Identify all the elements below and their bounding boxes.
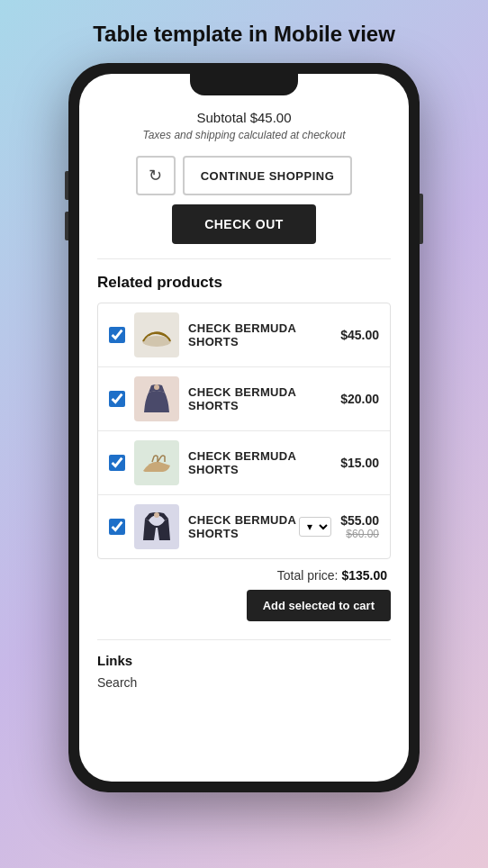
product-4-variant: CHECK BERMUDA SHORTS ▾: [188, 513, 331, 540]
product-2-price-col: $20.00: [340, 392, 379, 406]
phone-notch: [190, 74, 298, 95]
product-1-price: $45.00: [340, 328, 379, 342]
footer-link-search[interactable]: Search: [97, 675, 391, 690]
product-3-name: CHECK BERMUDA SHORTS: [188, 449, 331, 476]
product-2-image: [134, 376, 179, 421]
subtotal-text: Subtotal $45.00: [97, 110, 391, 125]
product-item: CHECK BERMUDA SHORTS $20.00: [98, 367, 390, 431]
product-1-price-col: $45.00: [340, 328, 379, 342]
phone-frame: Subtotal $45.00 Taxes and shipping calcu…: [68, 63, 420, 792]
page-title: Table template in Mobile view: [93, 22, 395, 47]
product-item: CHECK BERMUDA SHORTS $15.00: [98, 431, 390, 495]
volume-up-btn: [65, 171, 68, 200]
total-row: Total price: $135.00: [97, 568, 391, 583]
svg-point-1: [154, 384, 159, 390]
action-buttons: ↻ CONTINUE SHOPPING: [97, 156, 391, 195]
product-4-variant-select[interactable]: ▾: [299, 517, 331, 537]
product-item: CHECK BERMUDA SHORTS ▾ $55.00 $60.00: [98, 495, 390, 558]
product-4-checkbox[interactable]: [109, 519, 125, 535]
add-to-cart-button[interactable]: Add selected to cart: [247, 590, 391, 621]
continue-shopping-button[interactable]: CONTINUE SHOPPING: [183, 156, 353, 195]
related-products-title: Related products: [97, 274, 391, 292]
product-4-name: CHECK BERMUDA SHORTS ▾: [188, 513, 331, 540]
product-2-price: $20.00: [340, 392, 379, 406]
divider-1: [97, 258, 391, 259]
product-3-price-col: $15.00: [340, 456, 379, 470]
product-4-image: [134, 504, 179, 549]
tax-note: Taxes and shipping calculated at checkou…: [97, 129, 391, 141]
product-3-checkbox[interactable]: [109, 455, 125, 471]
total-label: Total price:: [277, 568, 339, 583]
screen-content: Subtotal $45.00 Taxes and shipping calcu…: [79, 74, 409, 708]
phone-screen: Subtotal $45.00 Taxes and shipping calcu…: [79, 74, 409, 782]
product-4-price: $55.00: [340, 513, 379, 528]
refresh-button[interactable]: ↻: [136, 156, 176, 195]
total-amount: $135.00: [341, 568, 387, 583]
volume-down-btn: [65, 212, 68, 240]
footer-links-title: Links: [97, 653, 391, 668]
product-1-image: [134, 312, 179, 357]
product-3-price: $15.00: [340, 456, 379, 470]
cart-summary: Subtotal $45.00 Taxes and shipping calcu…: [97, 110, 391, 141]
product-2-name: CHECK BERMUDA SHORTS: [188, 385, 331, 412]
product-1-name: CHECK BERMUDA SHORTS: [188, 321, 331, 348]
product-3-image: [134, 440, 179, 485]
product-list: CHECK BERMUDA SHORTS $45.00: [97, 303, 391, 559]
svg-point-2: [154, 512, 159, 518]
footer-links: Links Search: [97, 639, 391, 690]
refresh-icon: ↻: [149, 166, 162, 185]
checkout-button[interactable]: CHECK OUT: [172, 204, 316, 244]
product-4-original-price: $60.00: [340, 528, 379, 540]
product-2-checkbox[interactable]: [109, 391, 125, 407]
product-1-checkbox[interactable]: [109, 327, 125, 343]
product-4-price-col: $55.00 $60.00: [340, 513, 379, 540]
power-btn: [420, 194, 423, 244]
product-item: CHECK BERMUDA SHORTS $45.00: [98, 303, 390, 367]
